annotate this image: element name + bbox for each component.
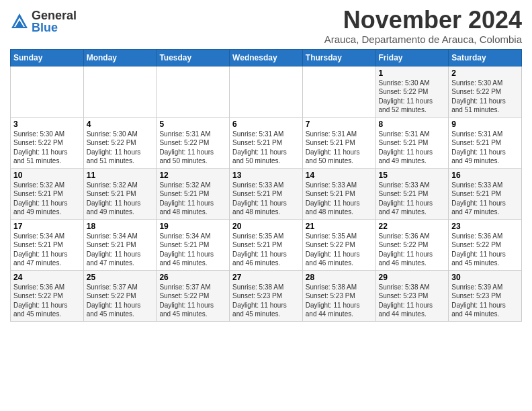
calendar-cell: 5Sunrise: 5:31 AM Sunset: 5:22 PM Daylig… (157, 117, 230, 168)
calendar-cell: 25Sunrise: 5:37 AM Sunset: 5:22 PM Dayli… (83, 270, 157, 321)
calendar-cell: 17Sunrise: 5:34 AM Sunset: 5:21 PM Dayli… (11, 219, 84, 270)
calendar-week-5: 24Sunrise: 5:36 AM Sunset: 5:22 PM Dayli… (11, 270, 522, 321)
day-info: Sunrise: 5:31 AM Sunset: 5:21 PM Dayligh… (451, 130, 519, 166)
weekday-header-monday: Monday (83, 49, 157, 66)
day-info: Sunrise: 5:34 AM Sunset: 5:21 PM Dayligh… (13, 232, 81, 268)
day-info: Sunrise: 5:30 AM Sunset: 5:22 PM Dayligh… (13, 130, 81, 166)
day-info: Sunrise: 5:31 AM Sunset: 5:21 PM Dayligh… (232, 130, 300, 166)
logo-icon (10, 12, 29, 31)
weekday-header-tuesday: Tuesday (157, 49, 230, 66)
day-number: 9 (451, 120, 519, 129)
calendar-cell: 23Sunrise: 5:36 AM Sunset: 5:22 PM Dayli… (449, 219, 522, 270)
day-number: 3 (13, 120, 81, 129)
calendar-cell (83, 66, 157, 117)
calendar-cell: 2Sunrise: 5:30 AM Sunset: 5:22 PM Daylig… (449, 66, 522, 117)
day-number: 24 (13, 273, 81, 282)
day-info: Sunrise: 5:32 AM Sunset: 5:21 PM Dayligh… (13, 181, 81, 217)
location-subtitle: Arauca, Departamento de Arauca, Colombia (324, 34, 522, 45)
day-info: Sunrise: 5:37 AM Sunset: 5:22 PM Dayligh… (159, 283, 226, 319)
calendar-cell: 14Sunrise: 5:33 AM Sunset: 5:21 PM Dayli… (302, 168, 375, 219)
day-info: Sunrise: 5:34 AM Sunset: 5:21 PM Dayligh… (159, 232, 226, 268)
day-number: 26 (159, 273, 226, 282)
day-number: 10 (13, 171, 81, 180)
logo-blue-text: Blue (32, 21, 77, 34)
day-info: Sunrise: 5:32 AM Sunset: 5:21 PM Dayligh… (159, 181, 226, 217)
day-number: 17 (13, 222, 81, 231)
calendar-cell: 15Sunrise: 5:33 AM Sunset: 5:21 PM Dayli… (375, 168, 449, 219)
calendar-body: 1Sunrise: 5:30 AM Sunset: 5:22 PM Daylig… (11, 66, 522, 321)
calendar-table: SundayMondayTuesdayWednesdayThursdayFrid… (10, 49, 522, 322)
day-info: Sunrise: 5:36 AM Sunset: 5:22 PM Dayligh… (451, 232, 519, 268)
day-info: Sunrise: 5:32 AM Sunset: 5:21 PM Dayligh… (87, 181, 154, 217)
day-number: 11 (87, 171, 154, 180)
calendar-cell: 1Sunrise: 5:30 AM Sunset: 5:22 PM Daylig… (375, 66, 449, 117)
day-info: Sunrise: 5:30 AM Sunset: 5:22 PM Dayligh… (379, 79, 446, 115)
logo-general-text: General (32, 9, 77, 21)
calendar-cell: 26Sunrise: 5:37 AM Sunset: 5:22 PM Dayli… (157, 270, 230, 321)
calendar-cell: 13Sunrise: 5:33 AM Sunset: 5:21 PM Dayli… (230, 168, 303, 219)
calendar-cell (11, 66, 84, 117)
calendar-cell: 27Sunrise: 5:38 AM Sunset: 5:23 PM Dayli… (230, 270, 303, 321)
weekday-header-sunday: Sunday (11, 49, 84, 66)
day-info: Sunrise: 5:36 AM Sunset: 5:22 PM Dayligh… (379, 232, 446, 268)
day-info: Sunrise: 5:37 AM Sunset: 5:22 PM Dayligh… (87, 283, 154, 319)
calendar-cell: 12Sunrise: 5:32 AM Sunset: 5:21 PM Dayli… (157, 168, 230, 219)
weekday-header-thursday: Thursday (302, 49, 375, 66)
day-info: Sunrise: 5:38 AM Sunset: 5:23 PM Dayligh… (379, 283, 446, 319)
day-info: Sunrise: 5:34 AM Sunset: 5:21 PM Dayligh… (87, 232, 154, 268)
day-info: Sunrise: 5:33 AM Sunset: 5:21 PM Dayligh… (232, 181, 300, 217)
day-info: Sunrise: 5:33 AM Sunset: 5:21 PM Dayligh… (451, 181, 519, 217)
calendar-cell (230, 66, 303, 117)
calendar-cell: 22Sunrise: 5:36 AM Sunset: 5:22 PM Dayli… (375, 219, 449, 270)
calendar-week-4: 17Sunrise: 5:34 AM Sunset: 5:21 PM Dayli… (11, 219, 522, 270)
logo: General Blue (10, 9, 77, 34)
day-info: Sunrise: 5:31 AM Sunset: 5:22 PM Dayligh… (159, 130, 226, 166)
day-number: 28 (306, 273, 373, 282)
day-number: 16 (451, 171, 519, 180)
day-number: 1 (379, 68, 446, 78)
day-info: Sunrise: 5:30 AM Sunset: 5:22 PM Dayligh… (451, 79, 519, 115)
calendar-cell: 11Sunrise: 5:32 AM Sunset: 5:21 PM Dayli… (83, 168, 157, 219)
day-number: 2 (451, 68, 519, 78)
day-number: 22 (379, 222, 446, 231)
calendar-week-3: 10Sunrise: 5:32 AM Sunset: 5:21 PM Dayli… (11, 168, 522, 219)
day-info: Sunrise: 5:36 AM Sunset: 5:22 PM Dayligh… (13, 283, 81, 319)
day-number: 5 (159, 120, 226, 129)
calendar-cell: 9Sunrise: 5:31 AM Sunset: 5:21 PM Daylig… (449, 117, 522, 168)
calendar-cell: 29Sunrise: 5:38 AM Sunset: 5:23 PM Dayli… (375, 270, 449, 321)
weekday-header-row: SundayMondayTuesdayWednesdayThursdayFrid… (11, 49, 522, 66)
day-info: Sunrise: 5:38 AM Sunset: 5:23 PM Dayligh… (232, 283, 300, 319)
calendar-cell: 7Sunrise: 5:31 AM Sunset: 5:21 PM Daylig… (302, 117, 375, 168)
day-number: 30 (451, 273, 519, 282)
day-number: 7 (306, 120, 373, 129)
calendar-cell: 3Sunrise: 5:30 AM Sunset: 5:22 PM Daylig… (11, 117, 84, 168)
title-block: November 2024 Arauca, Departamento de Ar… (324, 7, 522, 45)
weekday-header-friday: Friday (375, 49, 449, 66)
calendar-cell: 4Sunrise: 5:30 AM Sunset: 5:22 PM Daylig… (83, 117, 157, 168)
day-number: 29 (379, 273, 446, 282)
month-title: November 2024 (324, 7, 522, 34)
day-info: Sunrise: 5:39 AM Sunset: 5:23 PM Dayligh… (451, 283, 519, 319)
calendar-cell (302, 66, 375, 117)
day-info: Sunrise: 5:31 AM Sunset: 5:21 PM Dayligh… (306, 130, 373, 166)
day-number: 18 (87, 222, 154, 231)
day-number: 12 (159, 171, 226, 180)
day-info: Sunrise: 5:38 AM Sunset: 5:23 PM Dayligh… (306, 283, 373, 319)
day-info: Sunrise: 5:33 AM Sunset: 5:21 PM Dayligh… (306, 181, 373, 217)
page-header: General Blue November 2024 Arauca, Depar… (10, 7, 522, 45)
calendar-cell: 19Sunrise: 5:34 AM Sunset: 5:21 PM Dayli… (157, 219, 230, 270)
calendar-cell: 6Sunrise: 5:31 AM Sunset: 5:21 PM Daylig… (230, 117, 303, 168)
day-number: 27 (232, 273, 300, 282)
calendar-cell: 8Sunrise: 5:31 AM Sunset: 5:21 PM Daylig… (375, 117, 449, 168)
calendar-cell: 20Sunrise: 5:35 AM Sunset: 5:21 PM Dayli… (230, 219, 303, 270)
weekday-header-saturday: Saturday (449, 49, 522, 66)
day-number: 23 (451, 222, 519, 231)
day-number: 25 (87, 273, 154, 282)
calendar-cell: 21Sunrise: 5:35 AM Sunset: 5:22 PM Dayli… (302, 219, 375, 270)
day-number: 6 (232, 120, 300, 129)
day-info: Sunrise: 5:31 AM Sunset: 5:21 PM Dayligh… (379, 130, 446, 166)
day-number: 13 (232, 171, 300, 180)
calendar-cell: 18Sunrise: 5:34 AM Sunset: 5:21 PM Dayli… (83, 219, 157, 270)
day-info: Sunrise: 5:35 AM Sunset: 5:22 PM Dayligh… (306, 232, 373, 268)
calendar-week-2: 3Sunrise: 5:30 AM Sunset: 5:22 PM Daylig… (11, 117, 522, 168)
